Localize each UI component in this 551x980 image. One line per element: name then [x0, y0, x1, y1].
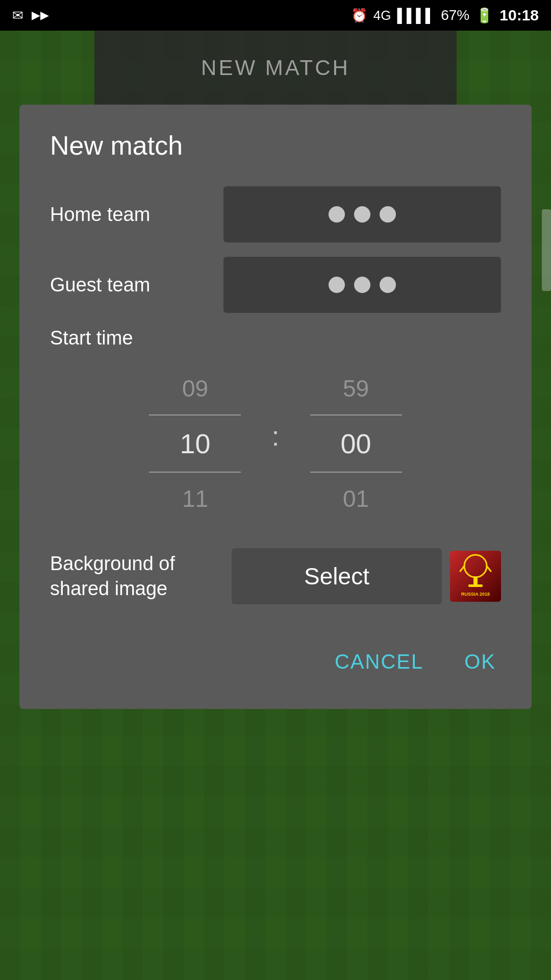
signal-icon: ▌▌▌▌ [397, 8, 435, 23]
loading-dot-6 [380, 277, 396, 293]
hour-next: 11 [182, 475, 208, 523]
mail-icon: ✉ [12, 8, 23, 23]
app-bar-title: NEW MATCH [201, 56, 350, 80]
status-bar-right: ⏰ 4G ▌▌▌▌ 67% 🔋 10:18 [351, 7, 539, 24]
scrollbar-indicator[interactable] [542, 209, 551, 291]
min-divider-top [310, 414, 402, 415]
status-bar-left: ✉ ▶▶ [12, 8, 49, 23]
status-bar: ✉ ▶▶ ⏰ 4G ▌▌▌▌ 67% 🔋 10:18 [0, 0, 551, 31]
background-label: Background of shared image [50, 551, 223, 602]
hour-divider-top [149, 414, 241, 415]
guest-team-input[interactable] [223, 257, 501, 313]
dialog-actions: CANCEL OK [50, 630, 501, 683]
background-thumbnail: RUSSIA 2018 [450, 551, 501, 602]
loading-dot-3 [380, 206, 396, 223]
svg-rect-3 [473, 576, 478, 585]
wc-thumbnail-svg: RUSSIA 2018 [450, 551, 501, 602]
cancel-label: CANCEL [335, 650, 423, 673]
min-prev: 59 [343, 364, 369, 412]
clock-time: 10:18 [499, 7, 539, 24]
track-icon: ▶▶ [32, 9, 49, 22]
network-indicator: 4G [373, 8, 391, 23]
hour-active: 10 [180, 418, 210, 470]
hour-column[interactable]: 09 10 11 [149, 364, 241, 523]
select-button-label: Select [304, 562, 369, 590]
minute-column[interactable]: 59 00 01 [310, 364, 402, 523]
alarm-icon: ⏰ [351, 8, 367, 23]
home-team-row: Home team [50, 186, 501, 242]
ok-button[interactable]: OK [459, 640, 501, 683]
battery-icon: 🔋 [475, 7, 493, 24]
battery-percent: 67% [441, 7, 469, 23]
guest-team-row: Guest team [50, 257, 501, 313]
app-bar: NEW MATCH [94, 31, 457, 105]
home-team-label: Home team [50, 204, 223, 226]
new-match-dialog: New match Home team Guest team Start tim… [19, 105, 532, 709]
home-team-input[interactable] [223, 186, 501, 242]
svg-rect-4 [468, 584, 483, 587]
loading-dot-1 [329, 206, 345, 223]
loading-dot-5 [354, 277, 370, 293]
min-divider-bottom [310, 472, 402, 473]
guest-team-label: Guest team [50, 274, 223, 296]
time-colon: : [271, 420, 279, 467]
min-next: 01 [343, 475, 369, 523]
time-picker[interactable]: 09 10 11 : 59 00 01 [50, 364, 501, 523]
loading-dot-2 [354, 206, 370, 223]
ok-label: OK [464, 650, 496, 673]
min-active: 00 [340, 418, 371, 470]
start-time-label: Start time [50, 327, 501, 349]
background-row: Background of shared image Select [50, 548, 501, 604]
hour-prev: 09 [182, 364, 208, 412]
hour-divider-bottom [149, 472, 241, 473]
select-background-button[interactable]: Select [232, 548, 442, 604]
cancel-button[interactable]: CANCEL [330, 640, 429, 683]
dialog-title: New match [50, 130, 501, 161]
svg-text:RUSSIA 2018: RUSSIA 2018 [461, 592, 490, 597]
loading-dot-4 [329, 277, 345, 293]
